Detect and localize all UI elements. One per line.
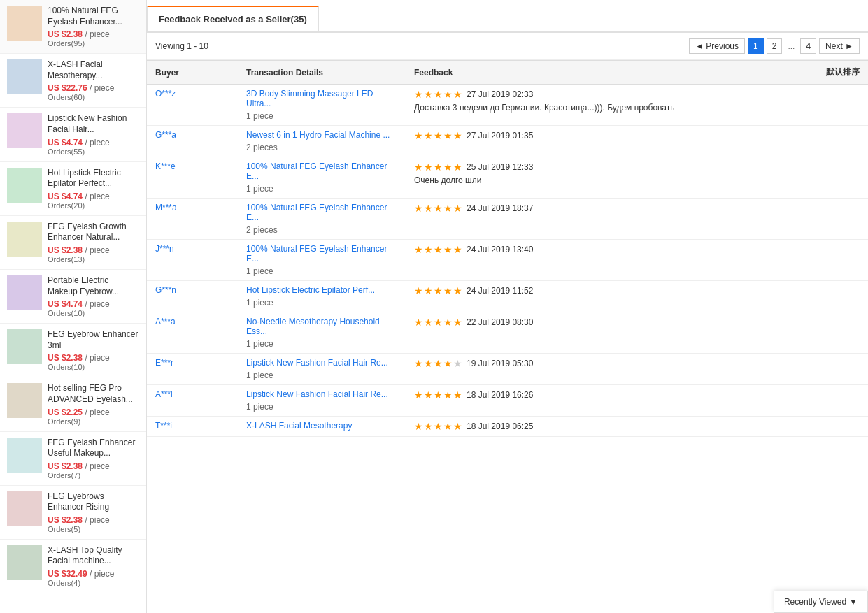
product-title: FEG Eyebrows Enhancer Rising [48,491,139,513]
product-info: FEG Eyelash Enhancer Useful Makeup... US… [48,438,139,479]
product-title: FEG Eyelash Growth Enhancer Natural... [48,222,139,243]
feedback-cell: ★★★★★ 24 Jul 2019 18:37 [406,199,812,240]
star-empty: ★ [453,358,462,369]
feedback-meta: ★★★★★ 24 Jul 2019 11:52 [414,285,804,296]
buyer-name[interactable]: J***n [147,240,238,281]
sidebar-item[interactable]: Hot selling FEG Pro ADVANCED Eyelash... … [0,377,146,431]
product-link[interactable]: Lipstick New Fashion Facial Hair Re... [246,389,388,399]
feedback-date: 18 Jul 2019 16:26 [467,390,533,400]
product-link[interactable]: Hot Lipstick Electric Epilator Perf... [246,285,375,295]
feedback-cell: ★★★★★ 18 Jul 2019 16:26 [406,385,812,417]
price-per: / piece [85,245,109,255]
quantity-text: 1 piece [246,370,397,380]
sidebar-item[interactable]: 100% Natural FEG Eyelash Enhancer... US … [0,0,146,54]
col-transaction: Transaction Details [238,61,406,85]
sidebar-item[interactable]: X-LASH Top Quality Facial machine... US … [0,540,146,593]
buyer-name[interactable]: T***i [147,417,238,437]
star-filled: ★ [414,244,423,255]
product-title: Lipstick New Fashion Facial Hair... [48,113,139,135]
product-orders: Orders(4) [48,579,139,587]
feedback-meta: ★★★★★ 27 Jul 2019 01:35 [414,130,804,141]
product-title: 100% Natural FEG Eyelash Enhancer... [48,6,139,27]
product-price: US $4.74 / piece [48,192,139,201]
page-2-button[interactable]: 2 [767,38,783,54]
main-content: Feedback Received as a Seller(35) Viewin… [147,0,868,613]
table-row: K***e 100% Natural FEG Eyelash Enhancer … [147,157,868,199]
product-title: Portable Electric Makeup Eyebrow... [48,275,139,297]
prev-button[interactable]: ◄ Previous [689,38,745,54]
product-orders: Orders(10) [48,363,139,371]
buyer-name[interactable]: G***n [147,281,238,312]
table-row: E***r Lipstick New Fashion Facial Hair R… [147,354,868,385]
star-rating: ★★★★★ [414,89,462,100]
star-filled: ★ [443,389,453,401]
recently-viewed-button[interactable]: Recently Viewed ▼ [774,591,868,613]
page-4-button[interactable]: 4 [800,38,816,54]
sidebar-item[interactable]: FEG Eyelash Enhancer Useful Makeup... US… [0,432,146,486]
sidebar: 100% Natural FEG Eyelash Enhancer... US … [0,0,147,613]
feedback-meta: ★★★★★ 25 Jul 2019 12:33 Очень долго шли [414,161,804,185]
col-sort[interactable]: 默认排序 [812,61,868,85]
quantity-text: 2 pieces [246,143,397,152]
feedback-cell: ★★★★★ 27 Jul 2019 01:35 [406,126,812,157]
product-orders: Orders(13) [48,255,139,264]
product-link[interactable]: X-LASH Facial Mesotherapy [246,421,352,431]
star-filled: ★ [453,389,462,401]
product-thumbnail [7,545,42,580]
sidebar-item[interactable]: X-LASH Facial Mesotherapy... US $22.76 /… [0,54,146,108]
price-per: / piece [85,138,109,147]
buyer-name[interactable]: G***a [147,126,238,157]
product-title: Hot selling FEG Pro ADVANCED Eyelash... [48,383,139,405]
product-info: FEG Eyelash Growth Enhancer Natural... U… [48,222,139,264]
page-1-button[interactable]: 1 [748,38,764,54]
feedback-cell: ★★★★★ 22 Jul 2019 08:30 [406,312,812,354]
product-thumbnail [7,113,42,148]
feedback-date: 24 Jul 2019 11:52 [467,286,533,296]
product-title: Hot Lipstick Electric Epilator Perfect..… [48,168,139,189]
star-rating: ★★★★★ [414,317,462,328]
buyer-name[interactable]: A***l [147,385,238,417]
buyer-name[interactable]: M***a [147,199,238,240]
feedback-meta: ★★★★★ 22 Jul 2019 08:30 [414,317,804,328]
star-filled: ★ [414,130,423,141]
price-per: / piece [90,569,114,579]
col-feedback: Feedback [406,61,812,85]
star-filled: ★ [453,285,462,296]
feedback-date: 24 Jul 2019 18:37 [467,203,533,213]
star-filled: ★ [414,161,423,173]
buyer-name[interactable]: K***e [147,157,238,199]
sidebar-item[interactable]: Lipstick New Fashion Facial Hair... US $… [0,108,146,161]
product-orders: Orders(55) [48,147,139,156]
product-link[interactable]: 100% Natural FEG Eyelash Enhancer E... [246,244,387,264]
buyer-name[interactable]: O***z [147,85,238,126]
product-info: FEG Eyebrow Enhancer 3ml US $2.38 / piec… [48,329,139,371]
product-link[interactable]: No-Needle Mesotherapy Household Ess... [246,317,380,336]
product-link[interactable]: 3D Body Slimming Massager LED Ultra... [246,89,373,108]
product-link[interactable]: 100% Natural FEG Eyelash Enhancer E... [246,203,387,222]
feedback-stars-row: ★★★★★ 24 Jul 2019 13:40 [414,244,804,255]
transaction-cell: Lipstick New Fashion Facial Hair Re... 1… [238,385,406,417]
sidebar-item[interactable]: FEG Eyebrow Enhancer 3ml US $2.38 / piec… [0,324,146,377]
product-link[interactable]: 100% Natural FEG Eyelash Enhancer E... [246,161,387,181]
next-button[interactable]: Next ► [819,38,860,54]
tab-feedback-seller[interactable]: Feedback Received as a Seller(35) [147,6,319,31]
sidebar-item[interactable]: FEG Eyelash Growth Enhancer Natural... U… [0,216,146,270]
sidebar-item[interactable]: Portable Electric Makeup Eyebrow... US $… [0,270,146,324]
product-title: FEG Eyelash Enhancer Useful Makeup... [48,438,139,459]
product-thumbnail [7,491,42,526]
sidebar-item[interactable]: Hot Lipstick Electric Epilator Perfect..… [0,162,146,216]
product-link[interactable]: Lipstick New Fashion Facial Hair Re... [246,358,388,368]
buyer-name[interactable]: E***r [147,354,238,385]
sidebar-item[interactable]: FEG Eyebrows Enhancer Rising US $2.38 / … [0,486,146,540]
buyer-name[interactable]: A***a [147,312,238,354]
star-filled: ★ [434,358,443,369]
star-filled: ★ [424,358,433,369]
star-filled: ★ [443,285,453,296]
product-price: US $2.38 / piece [48,515,139,525]
star-filled: ★ [424,389,433,401]
sort-cell [812,312,868,354]
recently-viewed-icon: ▼ [849,597,858,607]
product-title: X-LASH Top Quality Facial machine... [48,545,139,567]
product-orders: Orders(9) [48,417,139,426]
product-link[interactable]: Newest 6 in 1 Hydro Facial Machine ... [246,130,390,140]
